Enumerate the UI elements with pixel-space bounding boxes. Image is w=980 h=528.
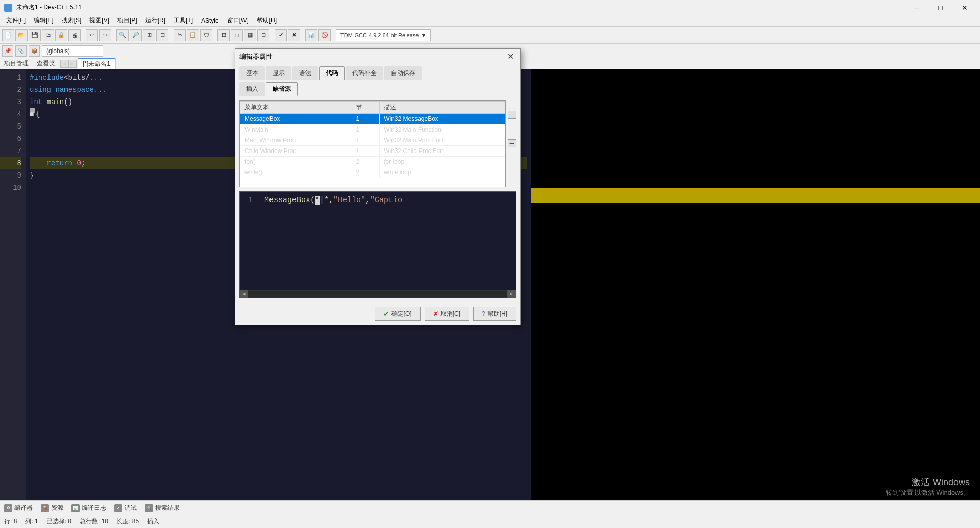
menu-help[interactable]: 帮助[H] (253, 15, 281, 26)
table-cell-description: for loop (380, 157, 505, 167)
cancel-button[interactable]: ✘ 取消[C] (425, 307, 469, 321)
redo-btn[interactable]: ↪ (99, 29, 111, 41)
debug-icon: ✔ (114, 504, 122, 512)
search-results-icon: 🔍 (145, 504, 153, 512)
panel-tab-compiler[interactable]: ⚙ 编译器 (4, 504, 33, 512)
dialog-body: 菜单文本 节 描述 MessageBox1Win32 MessageBoxWin… (235, 96, 520, 303)
table-row[interactable]: for()2for loop (240, 157, 505, 167)
tab-code[interactable]: 代码 (319, 66, 345, 80)
class-viewer-label[interactable]: 查看类 (33, 59, 59, 68)
nav-next[interactable]: ▶ (68, 60, 77, 68)
hscroll-track[interactable] (248, 291, 507, 297)
indent-btn[interactable]: ⊞ (143, 29, 155, 41)
chart-btn[interactable]: 📊 (305, 29, 317, 41)
snippet-table-container[interactable]: 菜单文本 节 描述 MessageBox1Win32 MessageBoxWin… (239, 100, 506, 187)
tab-autosave[interactable]: 自动保存 (384, 66, 422, 80)
snippet-preview: 1 MessageBox(*|*,"Hello","Captio ◀ ▶ (239, 191, 516, 298)
undo-btn[interactable]: ↩ (86, 29, 98, 41)
tab-code-completion[interactable]: 代码补全 (346, 66, 383, 80)
gutter-line-3: 3 (0, 96, 21, 108)
tab-default-source[interactable]: 缺省源 (266, 82, 298, 96)
table-row[interactable]: while()2while loop (240, 167, 505, 178)
replace-btn[interactable]: 🔎 (130, 29, 142, 41)
table-header-row: 菜单文本 节 描述 (240, 102, 505, 114)
menu-search[interactable]: 搜索[S] (58, 15, 86, 26)
table-cell-section: 1 (352, 135, 380, 146)
stop-btn[interactable]: ✘ (288, 29, 300, 41)
tab-syntax[interactable]: 语法 (292, 66, 318, 80)
table-row[interactable]: Main Window Proc1Win32 Main Proc Fun (240, 135, 505, 146)
status-total-lines: 总行数: 10 (80, 517, 108, 526)
tb2-btn1[interactable]: 📌 (2, 45, 13, 57)
gutter-line-1: 1 (0, 71, 21, 84)
project-manager-label[interactable]: 项目管理 (0, 59, 33, 68)
debug-stop-btn[interactable]: 🚫 (318, 29, 331, 41)
table-row[interactable]: Child Window Proc1Win32 Child Proc Fun (240, 146, 505, 157)
help-icon: ? (482, 310, 485, 317)
tab-display[interactable]: 显示 (266, 66, 291, 80)
menu-run[interactable]: 运行[R] (141, 15, 169, 26)
globals-input[interactable]: (globals) (42, 45, 103, 57)
minus-btn-2[interactable]: ─ (508, 139, 516, 147)
menu-tools[interactable]: 工具[T] (169, 15, 197, 26)
close-btn[interactable]: 🔒 (55, 29, 67, 41)
panel-tab-debug[interactable]: ✔ 调试 (114, 504, 137, 512)
help-button[interactable]: ? 幫助[H] (473, 307, 516, 321)
grid2-btn[interactable]: □ (231, 29, 243, 41)
dialog-tabs: 基本 显示 语法 代码 代码补全 自动保存 插入 缺省源 (235, 64, 520, 96)
print-btn[interactable]: 🖨 (68, 29, 81, 41)
dialog-close-button[interactable]: ✕ (505, 51, 516, 62)
new-btn[interactable]: 📄 (2, 29, 14, 41)
panel-tab-search-results[interactable]: 🔍 搜索结果 (145, 504, 180, 512)
side-controls: ─ ─ (508, 111, 516, 147)
shield-btn[interactable]: 🛡 (200, 29, 212, 41)
menu-window[interactable]: 窗口[W] (223, 15, 253, 26)
table-cell-menu_text: Main Window Proc (240, 135, 352, 146)
nav-prev[interactable]: ◀ (60, 60, 68, 68)
dialog-tabs-row1: 基本 显示 语法 代码 代码补全 自动保存 (235, 64, 520, 80)
table-cell-section: 2 (352, 157, 380, 167)
preview-hscroll[interactable]: ◀ ▶ (240, 290, 516, 298)
menu-project[interactable]: 项目[P] (113, 15, 141, 26)
dropdown-arrow-icon: ▼ (421, 32, 426, 38)
cut-btn[interactable]: ✂ (174, 29, 186, 41)
ok-icon: ✔ (383, 310, 389, 318)
menu-view[interactable]: 视图[V] (85, 15, 113, 26)
grid1-btn[interactable]: ⊞ (217, 29, 230, 41)
table-row[interactable]: WinMain1Win32 Main Function (240, 124, 505, 135)
check-btn[interactable]: ✔ (275, 29, 287, 41)
menu-file[interactable]: 文件[F] (2, 15, 30, 26)
col-description: 描述 (380, 102, 505, 114)
tab-insert[interactable]: 插入 (239, 82, 265, 96)
snippet-table: 菜单文本 节 描述 MessageBox1Win32 MessageBoxWin… (240, 101, 505, 178)
table-cell-description: Win32 Child Proc Fun (380, 146, 505, 157)
table-row[interactable]: MessageBox1Win32 MessageBox (240, 114, 505, 124)
hscroll-right[interactable]: ▶ (507, 290, 516, 298)
minimize-button[interactable]: ─ (905, 0, 928, 15)
ok-button[interactable]: ✔ 确定[O] (375, 307, 421, 321)
deindent-btn[interactable]: ⊟ (156, 29, 168, 41)
gutter-line-10: 10 (0, 182, 21, 194)
file-tab-active[interactable]: [*]未命名1 (78, 58, 116, 69)
menu-edit[interactable]: 编辑[E] (30, 15, 58, 26)
tb2-btn2[interactable]: 📎 (15, 45, 27, 57)
menu-astyle[interactable]: AStyle (197, 16, 223, 26)
table-cell-menu_text: Child Window Proc (240, 146, 352, 157)
copy-btn[interactable]: 📋 (187, 29, 199, 41)
maximize-button[interactable]: □ (929, 0, 952, 15)
save-btn[interactable]: 💾 (29, 29, 41, 41)
panel-tab-resources[interactable]: 📦 资源 (41, 504, 63, 512)
panel-tab-compile-log[interactable]: 📊 编译日志 (71, 504, 106, 512)
grid4-btn[interactable]: ⊟ (257, 29, 270, 41)
hscroll-left[interactable]: ◀ (240, 290, 248, 298)
grid3-btn[interactable]: ▦ (244, 29, 256, 41)
minus-btn-1[interactable]: ─ (508, 111, 516, 119)
save-all-btn[interactable]: 🗂 (42, 29, 54, 41)
close-button[interactable]: ✕ (953, 0, 976, 15)
find-btn[interactable]: 🔍 (116, 29, 129, 41)
compiler-dropdown[interactable]: TDM-GCC 4.9.2 64-bit Release ▼ (336, 29, 431, 41)
tab-basic[interactable]: 基本 (239, 66, 265, 80)
tb2-btn3[interactable]: 📦 (29, 45, 40, 57)
gutter-line-7: 7 (0, 145, 21, 157)
open-btn[interactable]: 📂 (15, 29, 28, 41)
